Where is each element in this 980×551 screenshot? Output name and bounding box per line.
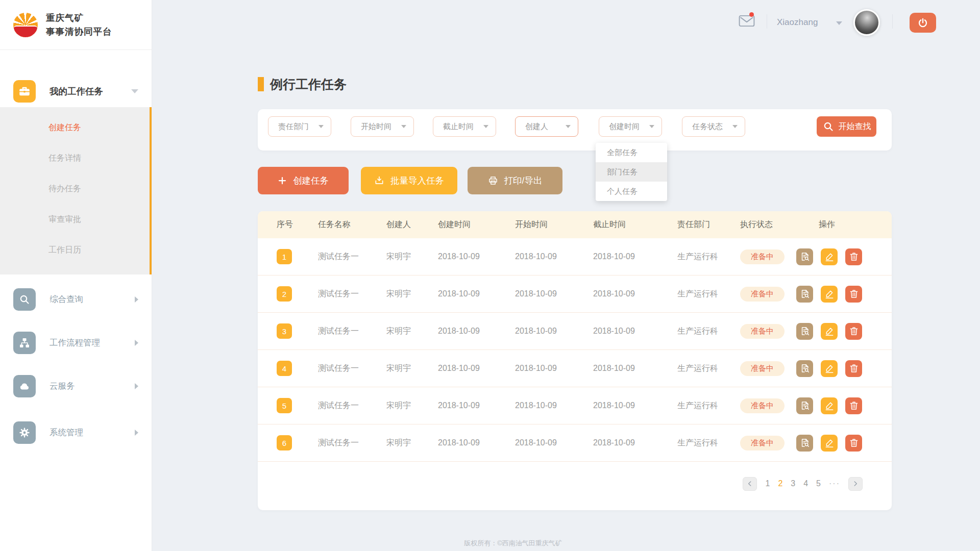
department-cell: 生产运行科 xyxy=(677,327,718,335)
start-date-cell: 2018-10-09 xyxy=(515,327,557,335)
sidebar-item-4[interactable]: 审查审批 xyxy=(0,204,152,235)
delete-button[interactable] xyxy=(845,360,862,377)
filter-select-2[interactable]: 开始时间 xyxy=(351,116,414,137)
row-number-badge: 2 xyxy=(277,286,292,302)
sidebar-group-sitemap[interactable]: 工作流程管理 xyxy=(0,332,152,354)
view-icon xyxy=(800,326,810,336)
filter-select-5[interactable]: 创建时间 xyxy=(599,116,662,137)
username-label[interactable]: Xiaozhang xyxy=(777,17,818,28)
edit-button[interactable] xyxy=(821,323,838,340)
column-header-9: 操作 xyxy=(796,219,892,230)
column-header-8: 执行状态 xyxy=(740,219,796,230)
next-page-button[interactable] xyxy=(848,477,863,491)
chevron-right-icon xyxy=(135,383,138,389)
view-button[interactable] xyxy=(796,248,813,265)
page-number-4[interactable]: 4 xyxy=(803,479,808,488)
view-button[interactable] xyxy=(796,323,813,340)
caret-down-icon xyxy=(566,125,571,128)
filter-select-6[interactable]: 任务状态 xyxy=(682,116,745,137)
delete-icon xyxy=(849,326,859,336)
view-button[interactable] xyxy=(796,286,813,303)
action-button-import[interactable]: 批量导入任务 xyxy=(361,167,457,194)
view-button[interactable] xyxy=(796,435,813,452)
delete-button[interactable] xyxy=(845,397,862,414)
task-name-cell: 测试任务一 xyxy=(318,401,359,410)
delete-icon xyxy=(849,289,859,299)
view-button[interactable] xyxy=(796,397,813,414)
edit-icon xyxy=(824,289,835,299)
column-header-4: 创建时间 xyxy=(438,219,515,230)
task-name-cell: 测试任务一 xyxy=(318,364,359,372)
status-badge: 准备中 xyxy=(740,436,785,450)
search-button[interactable]: 开始查找 xyxy=(817,116,876,137)
created-date-cell: 2018-10-09 xyxy=(438,327,480,335)
creator-cell: 宋明宇 xyxy=(386,401,411,410)
delete-button[interactable] xyxy=(845,248,862,265)
dropdown-option-2[interactable]: 部门任务 xyxy=(596,162,667,182)
sidebar-item-3[interactable]: 待办任务 xyxy=(0,173,152,204)
department-cell: 生产运行科 xyxy=(677,364,718,372)
sidebar-group-gear[interactable]: 系统管理 xyxy=(0,421,152,444)
action-button-printer[interactable]: 打印/导出 xyxy=(468,167,562,194)
page-number-5[interactable]: 5 xyxy=(816,479,821,488)
edit-button[interactable] xyxy=(821,397,838,414)
action-button-plus[interactable]: 创建任务 xyxy=(258,167,349,194)
view-icon xyxy=(800,289,810,299)
page-number-3[interactable]: 3 xyxy=(791,479,795,488)
logout-button[interactable] xyxy=(910,13,936,33)
sidebar-item-5[interactable]: 工作日历 xyxy=(0,235,152,265)
action-button-label: 创建任务 xyxy=(293,174,329,187)
gear-icon xyxy=(13,421,36,444)
topbar-divider xyxy=(767,14,767,29)
edit-button[interactable] xyxy=(821,286,838,303)
user-menu-caret-icon[interactable] xyxy=(836,21,842,25)
edit-button[interactable] xyxy=(821,435,838,452)
filter-select-4[interactable]: 创建人 xyxy=(515,116,578,137)
avatar[interactable] xyxy=(853,9,880,36)
view-button[interactable] xyxy=(796,360,813,377)
edit-button[interactable] xyxy=(821,248,838,265)
delete-button[interactable] xyxy=(845,435,862,452)
app-title-line2: 事事清协同平台 xyxy=(46,25,112,38)
sidebar-submenu: 创建任务任务详情待办任务审查审批工作日历 xyxy=(0,107,152,274)
start-date-cell: 2018-10-09 xyxy=(515,401,557,410)
chevron-right-icon xyxy=(135,340,138,346)
end-date-cell: 2018-10-09 xyxy=(593,252,635,261)
page-number-1[interactable]: 1 xyxy=(765,479,770,488)
briefcase-icon xyxy=(13,80,36,103)
delete-button[interactable] xyxy=(845,286,862,303)
prev-page-button[interactable] xyxy=(743,477,757,491)
row-number-badge: 4 xyxy=(277,361,292,376)
caret-down-icon xyxy=(483,125,488,128)
caret-down-icon xyxy=(732,125,738,128)
sidebar-group-search[interactable]: 综合查询 xyxy=(0,288,152,311)
task-name-cell: 测试任务一 xyxy=(318,289,359,298)
sidebar-group-label: 我的工作任务 xyxy=(50,85,103,97)
mail-button[interactable] xyxy=(739,14,755,30)
column-header-2: 任务名称 xyxy=(318,219,386,230)
table-row: 2测试任务一宋明宇2018-10-092018-10-092018-10-09生… xyxy=(258,276,892,313)
start-date-cell: 2018-10-09 xyxy=(515,252,557,261)
topbar-divider xyxy=(892,14,893,29)
sidebar-item-1[interactable]: 创建任务 xyxy=(0,112,152,143)
search-icon xyxy=(13,288,36,311)
sidebar-group-cloud[interactable]: 云服务 xyxy=(0,375,152,397)
notification-dot xyxy=(749,12,754,17)
dropdown-option-3[interactable]: 个人任务 xyxy=(596,182,667,201)
status-badge: 准备中 xyxy=(740,398,785,413)
page-number-2[interactable]: 2 xyxy=(778,479,782,488)
column-header-7: 责任部门 xyxy=(677,219,740,230)
filter-select-label: 开始时间 xyxy=(361,122,391,132)
row-number-badge: 1 xyxy=(277,249,292,264)
column-header-1: 序号 xyxy=(277,219,318,230)
sidebar-group-my-tasks[interactable]: 我的工作任务 xyxy=(0,80,152,103)
dropdown-option-1[interactable]: 全部任务 xyxy=(596,143,667,162)
delete-button[interactable] xyxy=(845,323,862,340)
filter-select-3[interactable]: 截止时间 xyxy=(433,116,496,137)
app-title-line1: 重庆气矿 xyxy=(46,11,112,24)
start-date-cell: 2018-10-09 xyxy=(515,364,557,372)
delete-icon xyxy=(849,438,859,448)
filter-select-1[interactable]: 责任部门 xyxy=(268,116,331,137)
sidebar-item-2[interactable]: 任务详情 xyxy=(0,143,152,173)
edit-button[interactable] xyxy=(821,360,838,377)
